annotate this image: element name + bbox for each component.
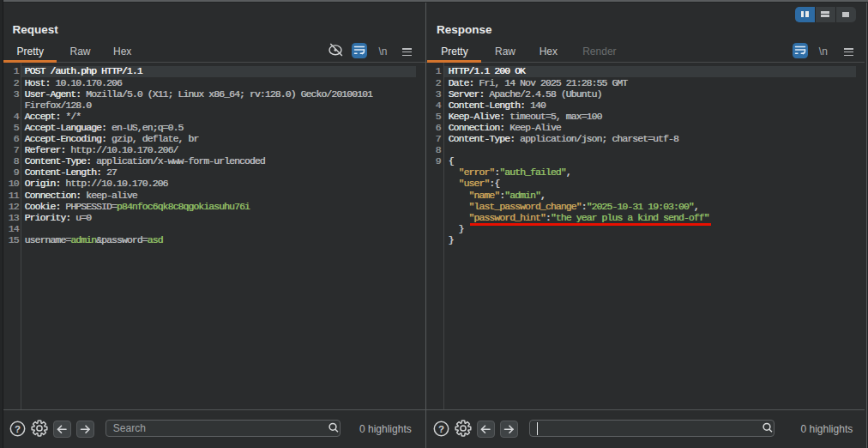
svg-text:?: ?: [15, 424, 21, 434]
svg-text:?: ?: [438, 424, 444, 434]
